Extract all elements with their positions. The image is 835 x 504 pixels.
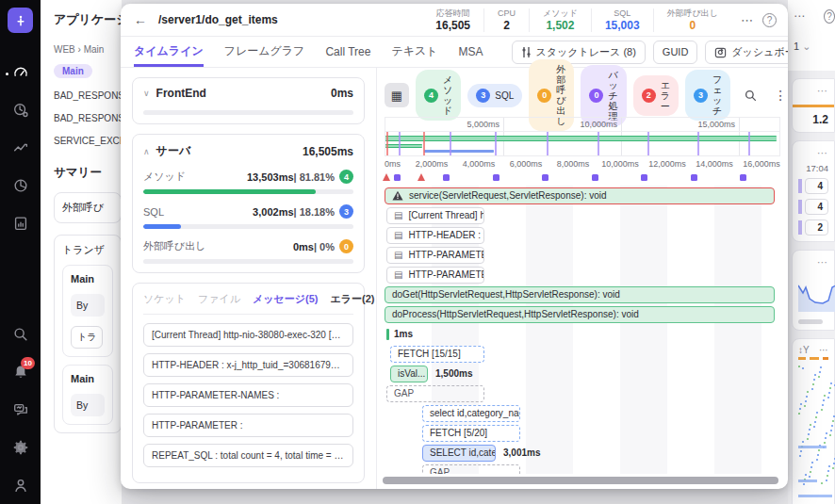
scrollbar-thumb[interactable] [383,477,778,484]
notifications-bell-icon[interactable]: 10 [0,353,41,391]
chevron-down-icon[interactable]: ∨ [143,89,150,98]
message-item[interactable]: HTTP-PARAMETER : [143,414,353,437]
header-stat: SQL15,003 [591,8,653,32]
trace-span-label: GAP [394,388,414,398]
card-menu-icon[interactable]: ⋯ [798,256,828,268]
message-item[interactable]: [Current Thread] http-nio-38080-exec-320… [143,323,353,347]
grid-view-icon[interactable]: ▦ [385,83,409,107]
profile-icon[interactable] [0,466,41,504]
card-menu-icon[interactable]: ⋯ [819,345,828,355]
trace-span-msg[interactable]: ▤[Current Thread] htt... [386,207,484,224]
event-marker-square[interactable] [443,174,450,181]
trace-menu-icon[interactable]: ⋮ [774,88,787,103]
history-settings-icon[interactable] [0,91,41,129]
server-title: サーバ [156,143,191,159]
back-arrow-icon[interactable]: ← [134,12,147,27]
trace-span-gap[interactable]: GAP [422,464,520,475]
trace-span-sqld[interactable]: select id,category_nam... [422,405,520,422]
error-list-item[interactable]: BAD_RESPONS [54,90,122,101]
card-scrollbar[interactable] [798,319,823,324]
page-count-select[interactable]: 1 ⌄ [794,41,835,53]
metric-progress [143,259,353,264]
message-item[interactable]: HTTP-PARAMETER-NAMES : [143,383,353,407]
event-marker-square[interactable] [691,174,697,181]
event-marker-square[interactable] [493,174,499,181]
legend-pill[interactable]: 4メソ ッド [416,70,461,121]
error-marker-triangle[interactable] [418,173,425,181]
settings-gear-icon[interactable] [0,429,41,466]
whatap-logo[interactable] [8,8,33,33]
trace-span-fetch[interactable]: FETCH [15/15] [390,346,484,363]
tab-フレームグラフ[interactable]: フレームグラフ [224,37,305,67]
event-marker-square[interactable] [394,174,401,181]
trace-row: ▤[Current Thread] htt... [385,205,788,225]
trace-span-msg[interactable]: ▤HTTP-HEADER : x-j_... [386,227,484,244]
by-selector[interactable]: By [71,294,105,317]
card-menu-icon[interactable]: ⋯ [798,147,828,159]
error-list-item[interactable]: BAD_RESPONS [54,113,122,123]
error-marker-triangle[interactable] [383,173,390,181]
dashboard-gauge-icon[interactable] [0,54,41,91]
card-menu-icon[interactable]: ⋯ [798,85,828,97]
legend-pill[interactable]: 3フェ ッチ [685,70,730,121]
trace-span-gap[interactable]: GAP [386,385,484,402]
by-selector-2[interactable]: By [71,394,105,416]
metric-card-bars[interactable]: ⋯ 17:04 442 [792,140,835,242]
metric-count-badge: 4 [339,170,353,184]
trace-span-msg[interactable]: ▤HTTP-PARAMETER : [386,267,484,284]
message-tab[interactable]: ファイル [198,292,240,306]
trace-span-service[interactable]: service(ServletRequest,ServletResponse):… [385,187,775,204]
legend-pill[interactable]: 3SQL [467,84,522,107]
message-item[interactable]: REPEAT_SQL : total count = 4, total time… [143,444,353,467]
trace-span-span[interactable]: doProcess(HttpServletRequest,HttpServlet… [385,306,775,323]
search-icon[interactable] [0,316,41,353]
message-list-icon: ▤ [394,210,402,220]
metric-card-throughput[interactable]: ⋯ 1.2 [792,78,835,133]
trace-row: GAP [385,463,788,474]
help-icon[interactable]: ? [824,9,835,24]
trace-search-icon[interactable] [744,89,758,103]
event-marker-square[interactable] [740,174,746,181]
error-list-item[interactable]: SERVICE_EXCE [54,136,122,146]
report-icon[interactable] [0,204,41,242]
minimap-tick-label: 10,000ms [580,120,621,129]
trace-span-span[interactable]: doGet(HttpServletRequest,HttpServletResp… [385,286,775,303]
tab-タイムライン[interactable]: タイムライン [134,37,204,67]
agent-pill[interactable]: Main [54,64,92,78]
frontend-progress [143,110,353,115]
horizontal-scrollbar[interactable] [383,477,782,484]
trace-span-label: [Current Thread] htt... [408,210,484,220]
trace-span-sql[interactable]: SELECT id,cate... [422,445,496,462]
pie-chart-icon[interactable] [0,167,41,204]
y-axis-sort-icon[interactable]: ↕Y [798,345,810,355]
legend-pill[interactable]: 2エ ラ ー [633,75,679,116]
tra-button[interactable]: トラ [71,326,103,349]
mini-bar [798,200,802,214]
event-marker-square[interactable] [641,174,647,181]
metric-card-sparkline[interactable]: ⋯ [792,250,835,331]
message-tab[interactable]: エラー(2) [331,292,375,306]
timeline-minimap[interactable]: 5,000ms10,000ms15,000ms [385,117,780,156]
trend-chart-icon[interactable] [0,129,41,167]
trace-span-method[interactable]: isVal... [390,366,428,382]
more-options-icon[interactable]: ⋯ [741,13,753,27]
external-call-card[interactable]: 外部呼び [54,192,122,223]
event-marker-square[interactable] [592,174,598,181]
trace-span-label: service(ServletRequest,ServletResponse):… [409,190,607,201]
message-tab[interactable]: ソケット [143,292,186,306]
event-marker-square[interactable] [542,174,548,181]
trace-span-fetch[interactable]: FETCH [5/20] [422,425,520,442]
orange-line-chart [793,105,834,107]
background-page-left: アプリケーシ WEB › Main Main BAD_RESPONSBAD_RE… [41,0,122,504]
chat-icon[interactable] [0,391,41,429]
tab-Call Tree[interactable]: Call Tree [325,37,370,67]
chevron-up-icon[interactable]: ∧ [143,147,150,156]
metric-card-scatter[interactable]: ↕Y⋯ 17:04 [792,338,835,504]
message-item[interactable]: HTTP-HEADER : x-j_http_tuid_=30681679679… [143,353,353,377]
help-icon[interactable]: ? [762,13,777,27]
more-icon[interactable]: ⋯ [794,9,805,24]
trace-span-msg[interactable]: ▤HTTP-PARAMETER-... [386,247,484,264]
header-stat: 応答時間16,505 [422,8,483,32]
message-tab[interactable]: メッセージ(5) [253,292,318,306]
minimap-gridline [621,118,622,131]
